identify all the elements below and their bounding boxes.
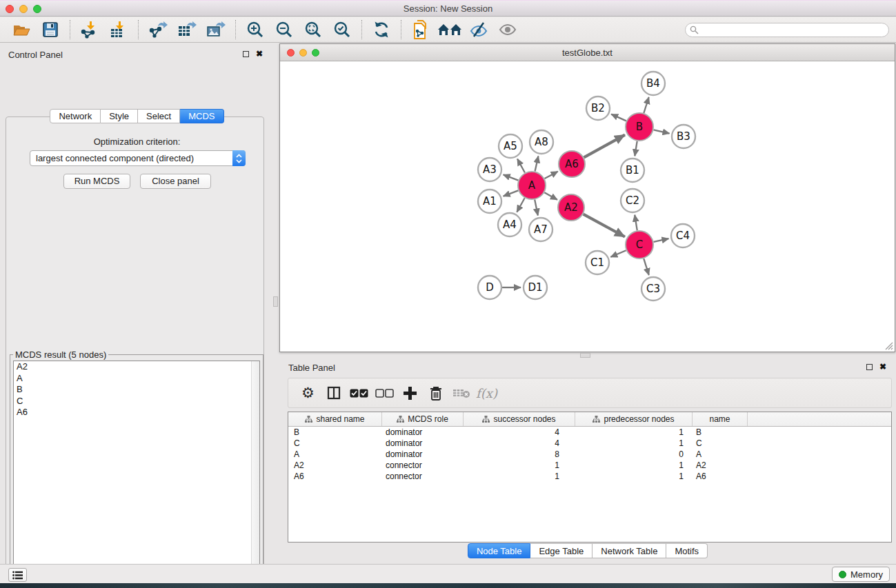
node-C[interactable]: C — [626, 231, 653, 258]
column-header-successor-nodes[interactable]: successor nodes — [463, 412, 575, 426]
tab-style[interactable]: Style — [101, 109, 138, 123]
cell-successor-nodes[interactable]: 1 — [463, 460, 575, 471]
memory-button[interactable]: Memory — [832, 567, 890, 582]
export-network-button[interactable] — [143, 19, 172, 41]
search-input[interactable] — [685, 23, 889, 37]
cell-name[interactable]: C — [692, 438, 747, 449]
table-row[interactable]: Bdominator41B — [288, 427, 891, 438]
function-builder-button[interactable]: f(x) — [474, 381, 499, 405]
float-panel-icon[interactable] — [243, 51, 249, 57]
cell-MCDS-role[interactable]: dominator — [381, 427, 463, 438]
float-panel-icon[interactable] — [866, 364, 873, 370]
vertical-split-handle[interactable] — [273, 296, 278, 307]
scrollbar-track[interactable] — [251, 361, 259, 585]
tab-select[interactable]: Select — [138, 109, 180, 123]
tab-edge-table[interactable]: Edge Table — [530, 543, 593, 558]
mcds-result-item[interactable]: C — [14, 396, 259, 407]
table-row[interactable]: A2connector11A2 — [288, 460, 891, 471]
edge-C-C4[interactable] — [654, 239, 669, 242]
cell-MCDS-role[interactable]: dominator — [381, 449, 463, 460]
edge-A-A5[interactable] — [517, 159, 525, 172]
close-panel-icon[interactable]: ✖ — [879, 363, 886, 370]
edge-A6-B[interactable] — [584, 135, 625, 158]
mcds-result-item[interactable]: A2 — [14, 361, 259, 373]
edge-A-A2[interactable] — [544, 192, 557, 199]
cell-predecessor-nodes[interactable]: 1 — [575, 460, 692, 471]
node-A1[interactable]: A1 — [478, 190, 501, 213]
node-A3[interactable]: A3 — [478, 158, 501, 181]
close-panel-icon[interactable]: ✖ — [256, 50, 263, 57]
table-settings-button[interactable]: ⚙ — [295, 381, 321, 405]
cell-predecessor-nodes[interactable]: 1 — [575, 438, 692, 449]
zoom-view-button[interactable] — [312, 49, 319, 57]
save-session-button[interactable] — [36, 19, 65, 41]
edge-B-B1[interactable] — [635, 141, 637, 156]
node-B3[interactable]: B3 — [672, 125, 695, 148]
cell-MCDS-role[interactable]: connector — [381, 460, 463, 471]
run-mcds-button[interactable]: Run MCDS — [63, 174, 130, 189]
cell-shared-name[interactable]: B — [288, 427, 381, 438]
node-D[interactable]: D — [478, 276, 501, 299]
mcds-result-item[interactable]: B — [14, 384, 259, 396]
column-header-predecessor-nodes[interactable]: predecessor nodes — [575, 412, 692, 426]
cell-shared-name[interactable]: C — [288, 438, 381, 449]
network-window-titlebar[interactable]: testGlobe.txt — [280, 44, 895, 61]
node-C2[interactable]: C2 — [621, 189, 644, 212]
node-B2[interactable]: B2 — [586, 97, 610, 120]
node-B1[interactable]: B1 — [621, 159, 644, 182]
zoom-in-button[interactable] — [241, 19, 270, 41]
tab-network-table[interactable]: Network Table — [593, 543, 666, 558]
network-graph[interactable]: B4B2BB3A8A5A6B1A3AA1C2A2A4A7C4CC1C3DD1 — [280, 61, 895, 352]
edge-A-A4[interactable] — [517, 198, 524, 212]
cell-shared-name[interactable]: A — [288, 449, 381, 460]
node-A8[interactable]: A8 — [530, 130, 553, 154]
cell-successor-nodes[interactable]: 8 — [463, 449, 575, 460]
export-image-button[interactable] — [201, 19, 230, 41]
cell-name[interactable]: A6 — [692, 471, 747, 482]
edge-A2-C[interactable] — [584, 214, 625, 237]
refresh-button[interactable] — [367, 19, 396, 41]
column-header-shared-name[interactable]: shared name — [288, 412, 381, 426]
tab-node-table[interactable]: Node Table — [468, 543, 531, 558]
zoom-selected-button[interactable] — [328, 19, 357, 41]
show-columns-button[interactable] — [321, 381, 346, 405]
close-view-button[interactable] — [287, 49, 295, 57]
hide-selected-button[interactable] — [464, 19, 493, 41]
node-A4[interactable]: A4 — [498, 213, 521, 236]
cell-name[interactable]: A — [692, 449, 747, 460]
import-network-button[interactable] — [75, 19, 104, 41]
edge-A-A7[interactable] — [535, 200, 538, 216]
cell-shared-name[interactable]: A6 — [288, 471, 381, 482]
show-all-button[interactable] — [493, 19, 522, 41]
table-row[interactable]: Cdominator41C — [288, 438, 891, 449]
edge-B-B3[interactable] — [654, 130, 670, 133]
node-B[interactable]: B — [626, 113, 653, 141]
table-row[interactable]: Adominator80A — [288, 449, 891, 460]
tab-network[interactable]: Network — [50, 109, 101, 123]
add-column-button[interactable] — [397, 381, 423, 405]
mcds-result-item[interactable]: A6 — [14, 407, 259, 418]
zoom-out-button[interactable] — [270, 19, 299, 41]
cell-shared-name[interactable]: A2 — [288, 460, 381, 471]
node-A7[interactable]: A7 — [529, 218, 552, 241]
zoom-fit-button[interactable] — [299, 19, 328, 41]
edge-C-C3[interactable] — [644, 258, 648, 275]
mcds-result-list[interactable]: A2ABCA6 — [13, 361, 260, 586]
node-C1[interactable]: C1 — [586, 251, 609, 274]
tab-mcds[interactable]: MCDS — [180, 109, 223, 123]
cell-successor-nodes[interactable]: 1 — [463, 471, 575, 482]
cell-name[interactable]: A2 — [692, 460, 747, 471]
column-header-MCDS-role[interactable]: MCDS role — [381, 412, 463, 426]
select-all-button[interactable] — [346, 381, 372, 405]
edge-B-B4[interactable] — [644, 97, 648, 113]
node-C3[interactable]: C3 — [641, 277, 665, 301]
optimization-criterion-dropdown[interactable]: largest connected component (directed) — [30, 150, 246, 166]
open-file-button[interactable] — [7, 19, 36, 41]
cell-MCDS-role[interactable]: connector — [381, 471, 463, 482]
node-B4[interactable]: B4 — [641, 72, 665, 95]
edge-A-A8[interactable] — [535, 156, 539, 171]
edge-C-C1[interactable] — [610, 250, 626, 257]
close-panel-button[interactable]: Close panel — [140, 174, 211, 189]
node-A5[interactable]: A5 — [499, 134, 522, 158]
edge-C-C2[interactable] — [635, 215, 637, 231]
